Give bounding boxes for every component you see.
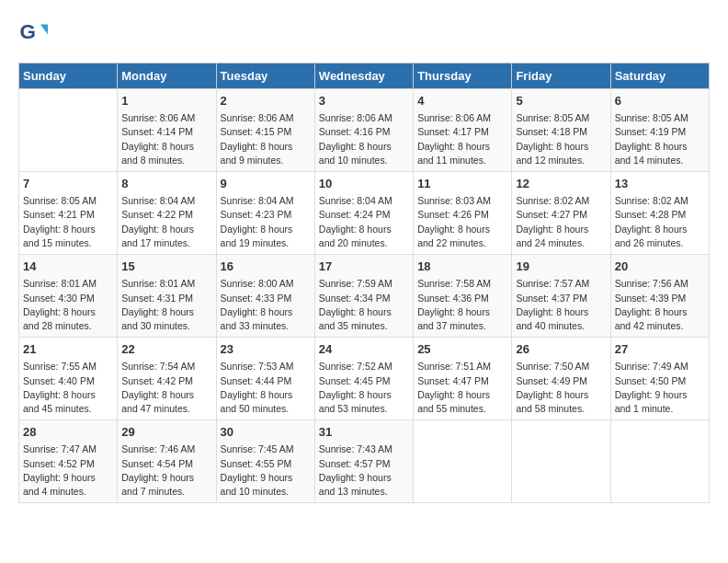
day-number: 6 <box>615 93 705 109</box>
day-info: Sunrise: 8:06 AMSunset: 4:15 PMDaylight:… <box>221 111 311 167</box>
calendar-cell: 9Sunrise: 8:04 AMSunset: 4:23 PMDaylight… <box>216 172 314 255</box>
calendar-cell: 14Sunrise: 8:01 AMSunset: 4:30 PMDayligh… <box>19 255 118 338</box>
calendar-cell <box>512 420 610 503</box>
day-info: Sunrise: 8:02 AMSunset: 4:27 PMDaylight:… <box>516 194 606 250</box>
logo-icon: G <box>18 18 48 48</box>
calendar-cell: 28Sunrise: 7:47 AMSunset: 4:52 PMDayligh… <box>19 420 118 503</box>
column-header-thursday: Thursday <box>414 63 512 89</box>
day-number: 17 <box>319 259 409 275</box>
calendar-cell: 19Sunrise: 7:57 AMSunset: 4:37 PMDayligh… <box>512 255 610 338</box>
calendar-cell <box>414 420 512 503</box>
day-info: Sunrise: 8:04 AMSunset: 4:22 PMDaylight:… <box>121 194 211 250</box>
day-number: 14 <box>23 259 113 275</box>
day-number: 19 <box>516 259 606 275</box>
day-info: Sunrise: 7:58 AMSunset: 4:36 PMDaylight:… <box>417 277 507 333</box>
calendar-cell: 22Sunrise: 7:54 AMSunset: 4:42 PMDayligh… <box>118 338 216 420</box>
day-number: 8 <box>121 176 211 192</box>
day-info: Sunrise: 8:02 AMSunset: 4:28 PMDaylight:… <box>615 194 705 250</box>
calendar-cell: 24Sunrise: 7:52 AMSunset: 4:45 PMDayligh… <box>314 338 413 420</box>
day-info: Sunrise: 7:55 AMSunset: 4:40 PMDaylight:… <box>23 360 113 416</box>
day-info: Sunrise: 8:05 AMSunset: 4:19 PMDaylight:… <box>615 111 705 167</box>
calendar-cell: 2Sunrise: 8:06 AMSunset: 4:15 PMDaylight… <box>216 89 314 172</box>
day-info: Sunrise: 8:04 AMSunset: 4:24 PMDaylight:… <box>319 194 409 250</box>
logo: G <box>18 18 51 48</box>
calendar-cell: 1Sunrise: 8:06 AMSunset: 4:14 PMDaylight… <box>118 89 216 172</box>
day-number: 29 <box>121 424 211 441</box>
column-header-sunday: Sunday <box>19 63 118 89</box>
day-info: Sunrise: 7:49 AMSunset: 4:50 PMDaylight:… <box>615 360 705 416</box>
calendar-cell: 18Sunrise: 7:58 AMSunset: 4:36 PMDayligh… <box>414 255 512 338</box>
calendar-cell: 10Sunrise: 8:04 AMSunset: 4:24 PMDayligh… <box>314 172 413 255</box>
day-number: 22 <box>121 341 211 358</box>
calendar-cell: 25Sunrise: 7:51 AMSunset: 4:47 PMDayligh… <box>414 338 512 420</box>
day-number: 3 <box>319 93 409 109</box>
day-info: Sunrise: 8:06 AMSunset: 4:16 PMDaylight:… <box>319 111 409 167</box>
page-header: G <box>18 18 710 48</box>
day-info: Sunrise: 7:57 AMSunset: 4:37 PMDaylight:… <box>516 277 606 333</box>
day-info: Sunrise: 7:53 AMSunset: 4:44 PMDaylight:… <box>221 360 311 416</box>
day-info: Sunrise: 8:03 AMSunset: 4:26 PMDaylight:… <box>417 194 507 250</box>
day-number: 28 <box>23 424 113 441</box>
svg-marker-1 <box>40 24 48 34</box>
column-header-tuesday: Tuesday <box>216 63 314 89</box>
calendar-cell: 17Sunrise: 7:59 AMSunset: 4:34 PMDayligh… <box>314 255 413 338</box>
day-number: 26 <box>516 341 606 358</box>
day-info: Sunrise: 8:01 AMSunset: 4:30 PMDaylight:… <box>23 277 113 333</box>
day-number: 2 <box>221 93 311 109</box>
calendar-cell <box>19 89 118 172</box>
day-info: Sunrise: 8:05 AMSunset: 4:21 PMDaylight:… <box>23 194 113 250</box>
calendar-cell <box>610 420 709 503</box>
day-number: 13 <box>615 176 705 192</box>
day-info: Sunrise: 7:43 AMSunset: 4:57 PMDaylight:… <box>319 442 409 499</box>
day-number: 12 <box>516 176 606 192</box>
day-info: Sunrise: 7:54 AMSunset: 4:42 PMDaylight:… <box>121 360 211 416</box>
calendar-week-row: 7Sunrise: 8:05 AMSunset: 4:21 PMDaylight… <box>19 172 710 255</box>
day-info: Sunrise: 8:04 AMSunset: 4:23 PMDaylight:… <box>221 194 311 250</box>
calendar-cell: 20Sunrise: 7:56 AMSunset: 4:39 PMDayligh… <box>610 255 709 338</box>
calendar-cell: 6Sunrise: 8:05 AMSunset: 4:19 PMDaylight… <box>610 89 709 172</box>
day-number: 4 <box>417 93 507 109</box>
calendar-cell: 3Sunrise: 8:06 AMSunset: 4:16 PMDaylight… <box>314 89 413 172</box>
day-info: Sunrise: 7:45 AMSunset: 4:55 PMDaylight:… <box>221 442 311 499</box>
day-number: 18 <box>417 259 507 275</box>
day-number: 5 <box>516 93 606 109</box>
day-number: 21 <box>23 341 113 358</box>
calendar-week-row: 28Sunrise: 7:47 AMSunset: 4:52 PMDayligh… <box>19 420 710 503</box>
day-number: 16 <box>221 259 311 275</box>
calendar-cell: 11Sunrise: 8:03 AMSunset: 4:26 PMDayligh… <box>414 172 512 255</box>
day-number: 15 <box>121 259 211 275</box>
day-number: 31 <box>319 424 409 441</box>
column-header-saturday: Saturday <box>610 63 709 89</box>
day-info: Sunrise: 7:56 AMSunset: 4:39 PMDaylight:… <box>615 277 705 333</box>
day-number: 1 <box>121 93 211 109</box>
day-number: 7 <box>23 176 113 192</box>
day-number: 11 <box>417 176 507 192</box>
day-info: Sunrise: 8:06 AMSunset: 4:14 PMDaylight:… <box>121 111 211 167</box>
calendar-cell: 13Sunrise: 8:02 AMSunset: 4:28 PMDayligh… <box>610 172 709 255</box>
calendar-cell: 21Sunrise: 7:55 AMSunset: 4:40 PMDayligh… <box>19 338 118 420</box>
day-number: 25 <box>417 341 507 358</box>
day-info: Sunrise: 8:01 AMSunset: 4:31 PMDaylight:… <box>121 277 211 333</box>
calendar-week-row: 21Sunrise: 7:55 AMSunset: 4:40 PMDayligh… <box>19 338 710 420</box>
column-header-wednesday: Wednesday <box>314 63 413 89</box>
calendar-cell: 29Sunrise: 7:46 AMSunset: 4:54 PMDayligh… <box>118 420 216 503</box>
calendar-cell: 27Sunrise: 7:49 AMSunset: 4:50 PMDayligh… <box>610 338 709 420</box>
calendar-cell: 7Sunrise: 8:05 AMSunset: 4:21 PMDaylight… <box>19 172 118 255</box>
day-number: 24 <box>319 341 409 358</box>
calendar-cell: 15Sunrise: 8:01 AMSunset: 4:31 PMDayligh… <box>118 255 216 338</box>
calendar-cell: 31Sunrise: 7:43 AMSunset: 4:57 PMDayligh… <box>314 420 413 503</box>
day-info: Sunrise: 7:46 AMSunset: 4:54 PMDaylight:… <box>121 442 211 499</box>
column-header-friday: Friday <box>512 63 610 89</box>
calendar-cell: 26Sunrise: 7:50 AMSunset: 4:49 PMDayligh… <box>512 338 610 420</box>
day-info: Sunrise: 7:59 AMSunset: 4:34 PMDaylight:… <box>319 277 409 333</box>
day-number: 30 <box>221 424 311 441</box>
calendar-week-row: 14Sunrise: 8:01 AMSunset: 4:30 PMDayligh… <box>19 255 710 338</box>
calendar-cell: 12Sunrise: 8:02 AMSunset: 4:27 PMDayligh… <box>512 172 610 255</box>
calendar-cell: 4Sunrise: 8:06 AMSunset: 4:17 PMDaylight… <box>414 89 512 172</box>
day-number: 9 <box>221 176 311 192</box>
day-number: 23 <box>221 341 311 358</box>
calendar-cell: 5Sunrise: 8:05 AMSunset: 4:18 PMDaylight… <box>512 89 610 172</box>
day-info: Sunrise: 7:47 AMSunset: 4:52 PMDaylight:… <box>23 442 113 499</box>
day-info: Sunrise: 8:05 AMSunset: 4:18 PMDaylight:… <box>516 111 606 167</box>
day-info: Sunrise: 7:51 AMSunset: 4:47 PMDaylight:… <box>417 360 507 416</box>
